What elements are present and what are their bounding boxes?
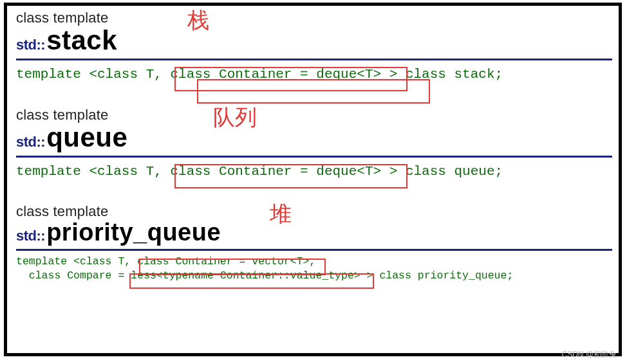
- annotation-stack: 栈: [187, 6, 209, 35]
- watermark: CSDN @初阶兔: [561, 349, 617, 360]
- divider: [16, 156, 612, 158]
- kind-label: class template: [16, 203, 612, 220]
- section-stack: class template std:: stack 栈 template <c…: [7, 6, 619, 85]
- title-line: std:: stack: [16, 25, 612, 56]
- section-queue: class template std:: queue 队列 template <…: [7, 103, 619, 182]
- divider: [16, 59, 612, 60]
- class-name-queue: queue: [46, 122, 127, 153]
- class-name-priority-queue: priority_queue: [46, 219, 221, 246]
- title-line: std:: priority_queue: [16, 219, 612, 246]
- annotation-priority-queue: 堆: [270, 199, 292, 229]
- annotation-queue: 队列: [213, 103, 257, 132]
- signature-stack: template <class T, class Container = deq…: [16, 64, 612, 85]
- signature-queue: template <class T, class Container = deq…: [16, 161, 612, 182]
- namespace-label: std::: [16, 37, 45, 53]
- divider: [16, 249, 612, 251]
- signature-priority-queue-line1: template <class T, class Container = vec…: [16, 255, 612, 269]
- document-frame: class template std:: stack 栈 template <c…: [4, 3, 622, 356]
- title-line: std:: queue: [16, 122, 612, 153]
- kind-label: class template: [16, 107, 612, 123]
- kind-label: class template: [16, 10, 612, 26]
- namespace-label: std::: [16, 134, 45, 150]
- class-name-stack: stack: [46, 25, 117, 56]
- section-priority-queue: class template std:: priority_queue 堆 te…: [7, 199, 619, 284]
- namespace-label: std::: [16, 228, 45, 244]
- signature-priority-queue-line2: class Compare = less<typename Container:…: [16, 269, 612, 283]
